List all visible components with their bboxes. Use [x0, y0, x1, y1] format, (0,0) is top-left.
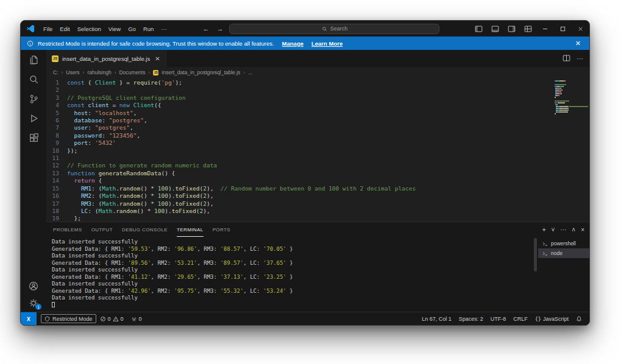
encoding-status[interactable]: UTF-8	[487, 316, 510, 322]
breadcrumb-item[interactable]: Users	[66, 69, 79, 75]
breadcrumb-item[interactable]: C:	[53, 69, 59, 75]
command-search-input[interactable]: Search	[229, 24, 439, 34]
panel-actions: +˅···˄×	[542, 226, 584, 233]
token-str: "123456"	[109, 132, 137, 139]
language-mode-status[interactable]: {} JavaScript	[531, 316, 572, 322]
token-pun: ({	[154, 102, 161, 108]
settings-gear-icon[interactable]: 1	[29, 298, 38, 308]
token-pun: ,	[133, 110, 137, 116]
editor-tab[interactable]: JS insert_data_in_postgresql_table.js ✕	[46, 50, 166, 67]
explorer-icon[interactable]	[29, 55, 39, 65]
notifications-bell-icon[interactable]	[572, 316, 586, 322]
eol-status[interactable]: CRLF	[510, 316, 531, 322]
close-panel-button[interactable]: ×	[581, 226, 584, 233]
problems-status[interactable]: 0 0	[96, 312, 127, 325]
code-text: function generateRandomData() {	[67, 170, 175, 177]
breadcrumb-item[interactable]: rahulsingh	[87, 69, 111, 75]
panel-tab-debug-console[interactable]: DEBUG CONSOLE	[122, 223, 168, 237]
code-editor[interactable]: 1const { Client } = require('pg');23// P…	[46, 78, 589, 222]
minimap-line	[555, 100, 588, 102]
line-number: 13	[46, 170, 67, 177]
manage-link[interactable]: Manage	[282, 40, 304, 47]
code-line: 3// PostgreSQL client configuration	[46, 94, 553, 102]
restricted-mode-status[interactable]: Restricted Mode	[41, 314, 96, 323]
terminal-line: Data inserted successfully	[52, 253, 533, 260]
indentation-status[interactable]: Spaces: 2	[455, 316, 487, 322]
code-area[interactable]: 1const { Client } = require('pg');23// P…	[46, 78, 553, 222]
source-control-icon[interactable]	[29, 94, 39, 104]
token-cmt: // Function to generate random numeric d…	[67, 162, 217, 169]
code-line: 18 LC: (Math.random() * 100).toFixed(2),	[46, 208, 553, 215]
close-window-button[interactable]	[572, 21, 589, 37]
banner-close-icon[interactable]: ✕	[573, 40, 583, 47]
code-line: 6 database: "postgres",	[46, 117, 553, 124]
radio-tower-icon	[131, 316, 137, 322]
ports-status[interactable]: 0	[127, 312, 146, 325]
terminal-list-item-powershell[interactable]: powershell	[538, 239, 589, 248]
token-pun: } =	[116, 79, 133, 86]
terminal-more-actions[interactable]: ···	[560, 226, 566, 233]
panel-tab-output[interactable]: OUTPUT	[91, 223, 113, 237]
token-cls: Math	[102, 192, 116, 199]
token-df: Generated Data: { RM1:	[52, 274, 128, 280]
split-editor-icon[interactable]	[563, 54, 570, 63]
search-sidebar-icon[interactable]	[29, 74, 39, 85]
token-kw: function	[67, 170, 95, 177]
minimap-line	[555, 80, 588, 82]
toggle-panel-icon[interactable]	[487, 21, 503, 37]
code-text: // PostgreSQL client configuration	[67, 94, 185, 102]
menu-item-view[interactable]: View	[105, 26, 124, 32]
account-icon[interactable]	[29, 281, 38, 291]
braces-icon: {}	[535, 316, 541, 322]
editor-more-actions-icon[interactable]: ···	[577, 55, 583, 62]
token-pun: {	[95, 177, 102, 184]
language-label: JavaScript	[543, 316, 569, 322]
new-terminal-button[interactable]: +	[542, 226, 546, 233]
token-df: Data inserted successfully	[52, 239, 138, 245]
token-pun: ).	[165, 208, 171, 214]
token-pun: });	[67, 147, 77, 154]
forward-arrow-icon[interactable]: →	[215, 25, 224, 32]
menu-item-selection[interactable]: Selection	[74, 26, 105, 32]
token-df: , LC:	[243, 260, 263, 266]
learn-more-link[interactable]: Learn More	[311, 40, 343, 47]
menu-item-go[interactable]: Go	[124, 26, 140, 32]
minimize-button[interactable]	[536, 21, 554, 37]
token-fn: random	[119, 200, 140, 207]
cursor-position-status[interactable]: Ln 67, Col 1	[418, 316, 455, 322]
terminal-launch-dropdown[interactable]: ˅	[551, 226, 555, 233]
token-prop: user	[74, 124, 88, 131]
panel-tab-terminal[interactable]: TERMINAL	[177, 223, 204, 237]
extensions-icon[interactable]	[29, 133, 39, 143]
maximize-button[interactable]	[554, 21, 572, 37]
token-val: '23.25'	[263, 274, 286, 280]
token-pun	[67, 208, 81, 214]
menu-item-file[interactable]: File	[40, 26, 56, 32]
remote-indicator[interactable]	[21, 312, 37, 325]
minimap[interactable]	[553, 78, 589, 222]
menu-item-run[interactable]: Run	[140, 26, 157, 32]
panel-header: PROBLEMSOUTPUTDEBUG CONSOLETERMINALPORTS…	[46, 222, 589, 237]
breadcrumb-item[interactable]: ...	[248, 69, 252, 75]
menu-item-more[interactable]: ···	[157, 26, 171, 32]
token-val: '55.32'	[220, 288, 243, 294]
token-val: '70.05'	[263, 246, 286, 252]
token-cls: Math	[99, 208, 113, 214]
minimap-line	[555, 106, 588, 107]
back-arrow-icon[interactable]: ←	[201, 25, 210, 32]
toggle-sidebar-right-icon[interactable]	[503, 21, 520, 37]
terminal-scrollbar[interactable]	[533, 237, 538, 312]
terminal-list-item-node[interactable]: node	[538, 248, 589, 258]
run-debug-icon[interactable]	[29, 113, 39, 124]
terminal-output[interactable]: Data inserted successfullyGenerated Data…	[46, 237, 533, 312]
tab-close-icon[interactable]: ✕	[155, 55, 160, 62]
minimap-line	[555, 84, 588, 85]
maximize-panel-button[interactable]: ˄	[572, 226, 575, 233]
toggle-sidebar-left-icon[interactable]	[470, 21, 487, 37]
customize-layout-icon[interactable]	[520, 21, 536, 37]
panel-tab-ports[interactable]: PORTS	[213, 223, 230, 237]
breadcrumb-item[interactable]: Documents	[119, 69, 145, 75]
menu-item-edit[interactable]: Edit	[56, 26, 73, 32]
panel-tab-problems[interactable]: PROBLEMS	[53, 223, 82, 237]
breadcrumb-item[interactable]: insert_data_in_postgresql_table.js	[162, 69, 240, 75]
